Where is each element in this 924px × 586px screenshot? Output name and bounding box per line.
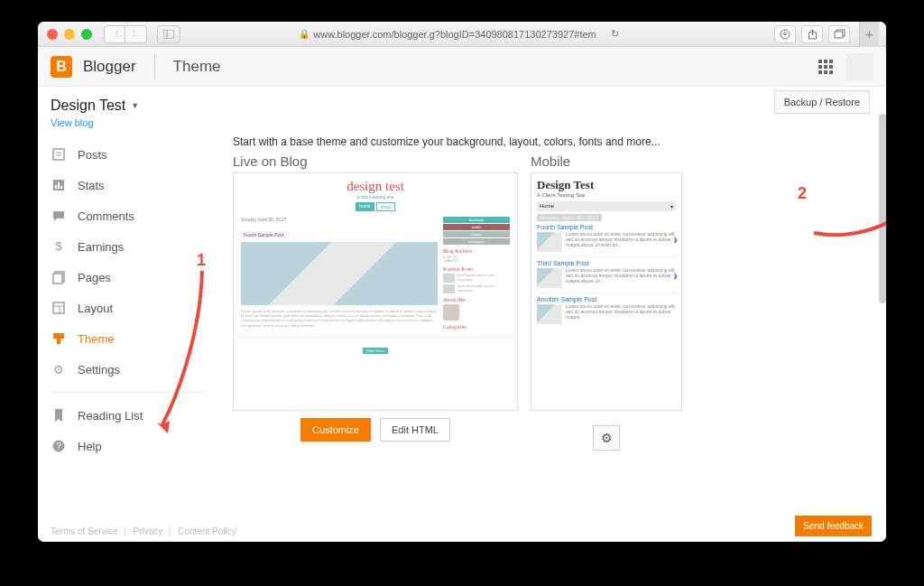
lp-author-image [443, 304, 459, 321]
intro-text: Start with a base theme and customize yo… [233, 135, 872, 148]
send-feedback-button[interactable]: Send feedback [795, 516, 872, 536]
lp-post-image [241, 242, 438, 305]
account-avatar[interactable] [846, 53, 873, 80]
svg-rect-12 [60, 186, 62, 189]
stats-icon [51, 177, 67, 193]
lp-social-link: facebook [443, 217, 510, 223]
mp-post: Third Sample Post Lorem ipsum dolor sit … [537, 257, 676, 293]
live-label: Live on Blog [233, 153, 518, 169]
sidebar-label: Reading List [78, 409, 143, 423]
sidebar-toggle-button[interactable] [157, 25, 180, 43]
lp-social-link: instagram [443, 238, 510, 245]
lp-thumb [443, 274, 455, 283]
mp-post-title: Another Sample Post [537, 296, 676, 302]
live-preview-column: Live on Blog design test a client testin… [233, 153, 518, 451]
comments-icon [51, 208, 67, 224]
earnings-icon: $ [51, 238, 67, 255]
lp-side-text: ▸ 2017 (4) ▾ April (4) [443, 256, 510, 263]
sidebar-item-stats[interactable]: Stats [38, 170, 218, 200]
chevron-right-icon: › [673, 268, 678, 283]
mp-post-title: Third Sample Post [537, 260, 676, 266]
lp-side-heading: About Me [443, 297, 510, 302]
lp-date: Sunday, April 30, 2017 [241, 217, 438, 222]
sidebar-label: Layout [78, 302, 113, 315]
svg-rect-20 [57, 339, 60, 344]
sidebar-item-help[interactable]: ?Help [38, 431, 218, 461]
svg-rect-5 [835, 32, 843, 38]
lp-post-body: Lorem ipsum dolor sit amet, consectetur … [241, 309, 438, 328]
sidebar-label: Comments [78, 209, 134, 223]
backup-restore-button[interactable]: Backup / Restore [774, 90, 870, 114]
help-icon: ? [51, 438, 67, 454]
reload-button[interactable]: ↻ [605, 26, 625, 42]
sidebar-label: Theme [78, 332, 114, 346]
edit-html-button[interactable]: Edit HTML [380, 418, 450, 442]
sidebar-item-layout[interactable]: Layout [38, 293, 218, 323]
customize-button[interactable]: Customize [300, 418, 371, 442]
mobile-preview[interactable]: Design Test A Client Testing Site Home▾ … [531, 172, 682, 411]
view-blog-link[interactable]: View blog [51, 117, 94, 128]
share-button[interactable] [801, 25, 823, 43]
lp-side-heading: Blog Archive [443, 248, 510, 254]
svg-rect-0 [163, 30, 174, 39]
lp-tab: home [356, 202, 374, 211]
sidebar-item-settings[interactable]: ⚙Settings [38, 354, 218, 385]
preview-row: Live on Blog design test a client testin… [233, 153, 872, 451]
sidebar-item-theme[interactable]: Theme [38, 323, 218, 354]
forward-button[interactable]: 〉 [125, 25, 147, 43]
mp-home-label: Home [540, 203, 554, 209]
footer-link[interactable]: Privacy [133, 526, 171, 536]
lp-post-title: Fourth Sample Post [241, 231, 286, 238]
sidebar-item-earnings[interactable]: $Earnings [38, 231, 218, 262]
sidebar-item-comments[interactable]: Comments [38, 200, 218, 231]
titlebar: 〈 〉 🔒 www.blogger.com/blogger.g?blogID=3… [38, 22, 886, 47]
blog-selector[interactable]: Design Test ▼ [51, 98, 206, 114]
svg-rect-10 [55, 185, 57, 189]
svg-text:?: ? [56, 442, 61, 451]
lp-thumb [443, 284, 455, 293]
settings-icon: ⚙ [51, 361, 67, 377]
mp-post: Another Sample Post Lorem ipsum dolor si… [537, 293, 676, 329]
footer-link[interactable]: Terms of Service [51, 526, 125, 536]
chevron-right-icon: › [673, 232, 678, 246]
caret-down-icon: ▼ [131, 101, 139, 110]
mp-post-body: Lorem ipsum dolor sit amet, consectetur … [566, 304, 676, 324]
downloads-button[interactable] [774, 25, 796, 43]
new-tab-button[interactable]: + [859, 22, 879, 47]
scrollbar[interactable] [879, 114, 886, 303]
sidebar-label: Posts [78, 148, 107, 162]
google-apps-button[interactable] [812, 53, 839, 80]
theme-icon [51, 330, 67, 347]
sidebar-label: Help [78, 440, 102, 453]
svg-text:$: $ [55, 239, 62, 253]
nav-list: Posts Stats Comments $Earnings Pages Lay… [38, 139, 218, 461]
lp-subtitle: a client testing site [234, 194, 517, 200]
brand-name: Blogger [83, 58, 136, 76]
back-button[interactable]: 〈 [104, 25, 125, 43]
footer-link[interactable]: Content Policy [178, 526, 243, 536]
blogger-logo-icon: B [51, 56, 72, 78]
sidebar-label: Settings [78, 363, 120, 377]
window-close-icon[interactable] [47, 29, 58, 40]
lp-tab: shop [376, 202, 395, 211]
tabs-button[interactable] [828, 25, 850, 43]
sidebar-item-pages[interactable]: Pages [38, 262, 218, 293]
sidebar-item-posts[interactable]: Posts [38, 139, 218, 170]
url-text: www.blogger.com/blogger.g?blogID=3409808… [313, 29, 596, 40]
mp-thumb [537, 304, 562, 324]
browser-window: 〈 〉 🔒 www.blogger.com/blogger.g?blogID=3… [38, 22, 886, 542]
address-bar[interactable]: 🔒 www.blogger.com/blogger.g?blogID=34098… [299, 26, 624, 42]
mp-post-body: Lorem ipsum dolor sit amet, consectetur … [566, 268, 676, 288]
window-zoom-icon[interactable] [81, 29, 92, 40]
sidebar-item-reading-list[interactable]: Reading List [38, 400, 218, 431]
sidebar-label: Pages [78, 271, 111, 284]
mobile-settings-button[interactable]: ⚙ [593, 425, 620, 451]
footer-links: Terms of Service Privacy Content Policy [51, 526, 244, 536]
pages-icon [51, 269, 67, 285]
app-header: B Blogger Theme [38, 47, 886, 87]
window-minimize-icon[interactable] [64, 29, 75, 40]
svg-rect-16 [53, 302, 64, 313]
svg-rect-11 [58, 182, 60, 189]
live-preview[interactable]: design test a client testing site home s… [233, 172, 518, 411]
mp-thumb [537, 268, 562, 288]
